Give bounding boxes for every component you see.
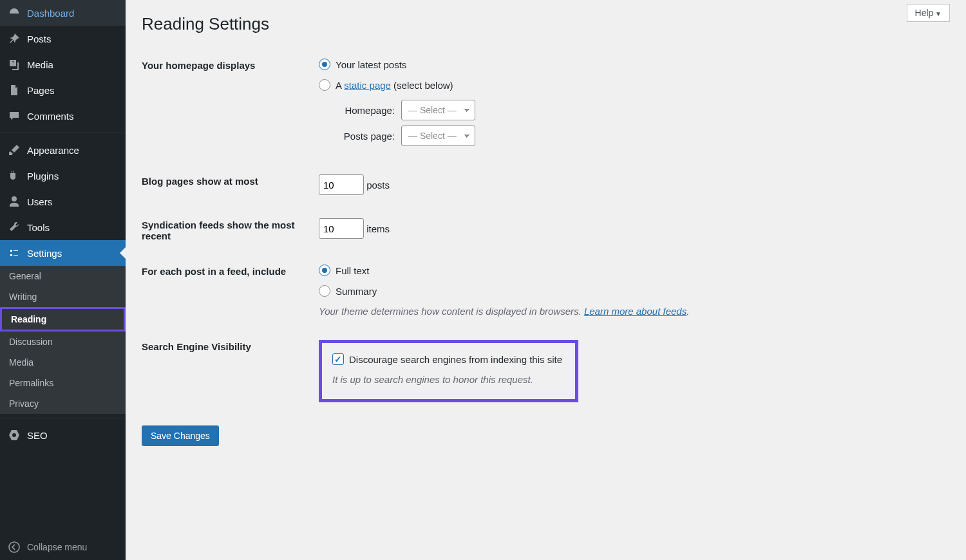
row-homepage-displays: Your homepage displays Your latest posts…: [142, 47, 950, 163]
media-icon: [8, 58, 21, 71]
dashboard-icon: [8, 6, 21, 19]
static-page-prefix: A: [336, 80, 344, 91]
submenu-item-reading[interactable]: Reading: [0, 307, 126, 331]
pin-icon: [8, 32, 21, 45]
postspage-select-label: Posts page:: [330, 131, 395, 142]
sidebar-item-pages[interactable]: Pages: [0, 77, 126, 103]
settings-submenu: General Writing Reading Discussion Media…: [0, 266, 126, 414]
comment-icon: [8, 109, 21, 122]
settings-icon: [8, 247, 21, 259]
syndication-input[interactable]: [319, 218, 364, 239]
submenu-item-general[interactable]: General: [0, 266, 126, 286]
feed-include-label: For each post in a feed, include: [142, 265, 319, 277]
radio-full-text-label: Full text: [336, 265, 370, 276]
checkbox-discourage-indexing-label: Discourage search engines from indexing …: [349, 354, 562, 365]
sidebar-item-label: Posts: [27, 33, 52, 44]
visibility-desc: It is up to search engines to honor this…: [332, 374, 562, 385]
user-icon: [8, 195, 21, 208]
plugin-icon: [8, 169, 21, 182]
row-feed-include: For each post in a feed, include Full te…: [142, 253, 950, 328]
syndication-unit: items: [366, 223, 390, 234]
visibility-label: Search Engine Visibility: [142, 340, 319, 352]
blog-pages-input[interactable]: [319, 174, 364, 195]
blog-pages-label: Blog pages show at most: [142, 174, 319, 187]
submenu-item-permalinks[interactable]: Permalinks: [0, 373, 126, 393]
sidebar-item-label: Pages: [27, 85, 55, 96]
sidebar-item-posts[interactable]: Posts: [0, 26, 126, 51]
sidebar-item-settings[interactable]: Settings: [0, 240, 126, 266]
radio-summary[interactable]: [319, 285, 330, 297]
homepage-select[interactable]: — Select —: [401, 100, 475, 120]
help-tab[interactable]: Help: [907, 4, 950, 22]
postspage-select[interactable]: — Select —: [401, 126, 475, 146]
collapse-menu[interactable]: Collapse menu: [0, 534, 126, 560]
sidebar-item-dashboard[interactable]: Dashboard: [0, 0, 126, 26]
sidebar-item-plugins[interactable]: Plugins: [0, 163, 126, 189]
sidebar-item-tools[interactable]: Tools: [0, 214, 126, 240]
sidebar-item-label: Plugins: [27, 171, 59, 182]
svg-point-0: [9, 542, 19, 552]
sidebar-item-users[interactable]: Users: [0, 189, 126, 214]
sidebar-item-label: Appearance: [27, 145, 79, 156]
syndication-label: Syndication feeds show the most recent: [142, 218, 319, 241]
sidebar-item-label: Comments: [27, 111, 74, 122]
brush-icon: [8, 144, 21, 156]
radio-latest-posts-label: Your latest posts: [336, 59, 406, 70]
blog-pages-unit: posts: [366, 180, 390, 191]
submenu-item-discussion[interactable]: Discussion: [0, 331, 126, 352]
wrench-icon: [8, 221, 21, 234]
submenu-item-media[interactable]: Media: [0, 352, 126, 373]
seo-icon: [8, 429, 21, 442]
visibility-highlight: Discourage search engines from indexing …: [319, 340, 578, 402]
collapse-label: Collapse menu: [27, 542, 87, 552]
sidebar-item-label: Tools: [27, 222, 50, 233]
feed-desc-prefix: Your theme determines how content is dis…: [319, 306, 584, 317]
sidebar-item-label: SEO: [27, 430, 48, 441]
sidebar-separator: [0, 418, 126, 418]
page-icon: [8, 84, 21, 97]
sidebar-item-label: Users: [27, 196, 52, 207]
submenu-item-writing[interactable]: Writing: [0, 286, 126, 307]
homepage-field: Your latest posts A static page (select …: [319, 59, 950, 151]
main-content: Help Reading Settings Your homepage disp…: [126, 0, 966, 560]
radio-full-text[interactable]: [319, 265, 330, 276]
sidebar-item-label: Dashboard: [27, 8, 74, 19]
submenu-item-privacy[interactable]: Privacy: [0, 393, 126, 414]
feed-desc-link[interactable]: Learn more about feeds: [584, 306, 687, 317]
radio-summary-label: Summary: [336, 286, 377, 297]
save-button[interactable]: Save Changes: [142, 425, 219, 446]
sidebar-item-media[interactable]: Media: [0, 51, 126, 77]
sidebar-item-label: Media: [27, 59, 53, 70]
row-blog-pages: Blog pages show at most posts: [142, 163, 950, 207]
collapse-icon: [8, 541, 21, 554]
static-page-suffix: (select below): [391, 80, 453, 91]
sidebar-item-appearance[interactable]: Appearance: [0, 137, 126, 163]
sidebar-item-label: Settings: [27, 248, 62, 259]
row-syndication: Syndication feeds show the most recent i…: [142, 207, 950, 253]
sidebar-item-seo[interactable]: SEO: [0, 422, 126, 448]
admin-sidebar: Dashboard Posts Media Pages Comments App…: [0, 0, 126, 560]
page-title: Reading Settings: [142, 6, 950, 47]
sidebar-item-comments[interactable]: Comments: [0, 103, 126, 129]
radio-latest-posts[interactable]: [319, 59, 330, 70]
radio-static-page[interactable]: [319, 79, 330, 91]
sidebar-separator: [0, 133, 126, 133]
homepage-label: Your homepage displays: [142, 59, 319, 71]
checkbox-discourage-indexing[interactable]: [332, 353, 344, 365]
static-page-link[interactable]: static page: [344, 80, 391, 91]
homepage-select-label: Homepage:: [330, 105, 395, 116]
row-visibility: Search Engine Visibility Discourage sear…: [142, 328, 950, 414]
